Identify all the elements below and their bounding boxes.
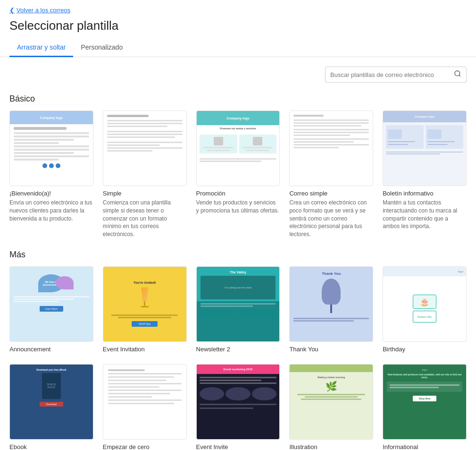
search-input-wrapper — [325, 67, 467, 83]
announcement-cta: Learn More — [40, 306, 63, 312]
promo-img — [253, 137, 262, 145]
mas-grid: We have an announcement! Learn More Anno… — [0, 266, 476, 450]
basico-grid: Company logo ¡Bienvenido(a)! Env — [0, 110, 476, 248]
back-arrow-icon: ❮ — [9, 7, 15, 14]
thumb-birthday: logo 🎂 Redeem offer — [383, 266, 467, 342]
template-event-invite[interactable]: Email marketing 2018 Event Invite — [196, 364, 280, 450]
ebook-cover: SPACE RACE — [42, 373, 61, 399]
announcement-bubble-right — [56, 276, 74, 289]
template-newsletter2[interactable]: The Valley AI is taking over the world N… — [196, 266, 280, 355]
thumb-thankyou: Thank You — [289, 266, 373, 342]
thumb-informational: logo New features and products now avail… — [383, 364, 467, 440]
template-birthday-name: Birthday — [383, 346, 467, 353]
template-thank-you[interactable]: Thank You Thank You — [289, 266, 373, 355]
template-event-invitation[interactable]: You're invited! RSVP Now Event Invitatio… — [103, 266, 187, 355]
thumb-newsletter2: The Valley AI is taking over the world — [196, 266, 280, 342]
tab-drag-drop[interactable]: Arrastrar y soltar — [9, 39, 73, 57]
social-icon — [49, 163, 54, 168]
thumb-ebook: Download your free eBook SPACE RACE Down… — [9, 364, 93, 440]
thumb-header: Company logo — [10, 111, 93, 124]
thumb-empezar — [103, 364, 187, 440]
event-drink-graphic — [138, 287, 152, 311]
promo-img — [214, 137, 223, 145]
template-informational[interactable]: logo New features and products now avail… — [383, 364, 467, 450]
template-event-invite-name: Event Invite — [196, 443, 280, 450]
ty-vase — [322, 279, 341, 305]
info-cta: Shop Now — [413, 396, 436, 401]
tabs-container: Arrastrar y soltar Personalizado — [0, 39, 476, 57]
thumb-content — [10, 124, 93, 171]
ei-photo-3 — [252, 387, 277, 400]
template-promocion-name: Promoción — [196, 190, 280, 197]
template-ebook[interactable]: Download your free eBook SPACE RACE Down… — [9, 364, 93, 450]
template-announcement-name: Announcement — [9, 346, 93, 353]
back-link-label: Volver a los correos — [17, 7, 70, 14]
promo-header: Company logo — [197, 111, 280, 125]
template-simple-name: Simple — [103, 190, 187, 197]
page-title: Seleccionar plantilla — [0, 17, 476, 39]
search-bar — [0, 67, 476, 92]
ei-photo-1 — [200, 387, 225, 400]
template-empezar-de-cero[interactable]: Empezar de cero — [103, 364, 187, 450]
template-promocion[interactable]: Company logo Promover tus ventas y servi… — [196, 110, 280, 238]
info-logo: logo — [422, 368, 427, 371]
birthday-cake-area: 🎂 Redeem offer — [383, 276, 466, 341]
thumb-bienvenido: Company logo — [9, 110, 93, 186]
template-illustration[interactable]: Making a better morning 🌿 Illustration — [289, 364, 373, 450]
template-event-invitation-name: Event Invitation — [103, 346, 187, 353]
template-informational-name: Informational — [383, 443, 467, 450]
event-cta: RSVP Now — [132, 321, 158, 327]
template-empezar-name: Empezar de cero — [103, 443, 187, 450]
thumb-correo — [289, 110, 373, 186]
ei-photos — [200, 387, 277, 400]
social-icon — [56, 163, 60, 168]
birthday-cta: Redeem offer — [413, 311, 436, 323]
birthday-logo-bar: logo — [383, 267, 466, 276]
back-link[interactable]: ❮ Volver a los correos — [0, 0, 476, 17]
il-header — [290, 365, 373, 372]
ebook-cta: Download — [40, 402, 63, 407]
tab-custom[interactable]: Personalizado — [73, 39, 130, 57]
nl2-image: AI is taking over the world — [200, 276, 275, 299]
svg-line-1 — [459, 75, 460, 76]
section-mas-title: Más — [0, 248, 476, 266]
template-correo-simple-name: Correo simple — [289, 190, 373, 197]
search-input[interactable] — [330, 71, 451, 78]
ei-header: Email marketing 2018 — [197, 365, 280, 374]
svg-point-0 — [455, 71, 460, 76]
ty-title: Thank You — [322, 272, 341, 276]
template-correo-simple[interactable]: Correo simple Crea un correo electrónico… — [289, 110, 373, 238]
template-bienvenido-name: ¡Bienvenido(a)! — [9, 190, 93, 197]
thumb-simple — [103, 110, 187, 186]
thumb-event: You're invited! RSVP Now — [103, 266, 187, 342]
template-simple[interactable]: Simple Comienza con una plantilla simple… — [103, 110, 187, 238]
template-promocion-desc: Vende tus productos y servicios y promoc… — [196, 199, 280, 215]
template-announcement[interactable]: We have an announcement! Learn More Anno… — [9, 266, 93, 355]
template-newsletter2-name: Newsletter 2 — [196, 346, 280, 353]
thumb-announcement: We have an announcement! Learn More — [9, 266, 93, 342]
template-birthday[interactable]: logo 🎂 Redeem offer Birthday — [383, 266, 467, 355]
bol-header: Company logo — [383, 111, 466, 122]
search-button[interactable] — [454, 70, 461, 79]
ei-content — [197, 374, 280, 439]
template-correo-simple-desc: Crea un correo electrónico con poco form… — [289, 199, 373, 238]
social-icon — [42, 163, 47, 168]
template-bienvenido[interactable]: Company logo ¡Bienvenido(a)! Env — [9, 110, 93, 238]
info-text-block-1 — [387, 382, 462, 392]
nl2-content — [197, 301, 280, 341]
thumb-illustration: Making a better morning 🌿 — [289, 364, 373, 440]
template-boletin-desc: Mantén a tus contactos interactuando con… — [383, 199, 467, 230]
template-bienvenido-desc: Envía un correo electrónico a tus nuevos… — [9, 199, 93, 222]
thumb-eventinvite: Email marketing 2018 — [196, 364, 280, 440]
bol-row — [383, 122, 466, 152]
template-ebook-name: Ebook — [9, 443, 93, 450]
promo-row — [197, 132, 280, 156]
section-basico-title: Básico — [0, 92, 476, 110]
search-icon — [454, 71, 461, 79]
thumb-boletin: Company logo — [383, 110, 467, 186]
thumb-promo: Company logo Promover tus ventas y servi… — [196, 110, 280, 186]
template-boletin[interactable]: Company logo Boletín informativo Mantén — [383, 110, 467, 238]
template-simple-desc: Comienza con una plantilla simple si des… — [103, 199, 187, 238]
nl2-title: The Valley — [197, 267, 280, 276]
template-thank-you-name: Thank You — [289, 346, 373, 353]
